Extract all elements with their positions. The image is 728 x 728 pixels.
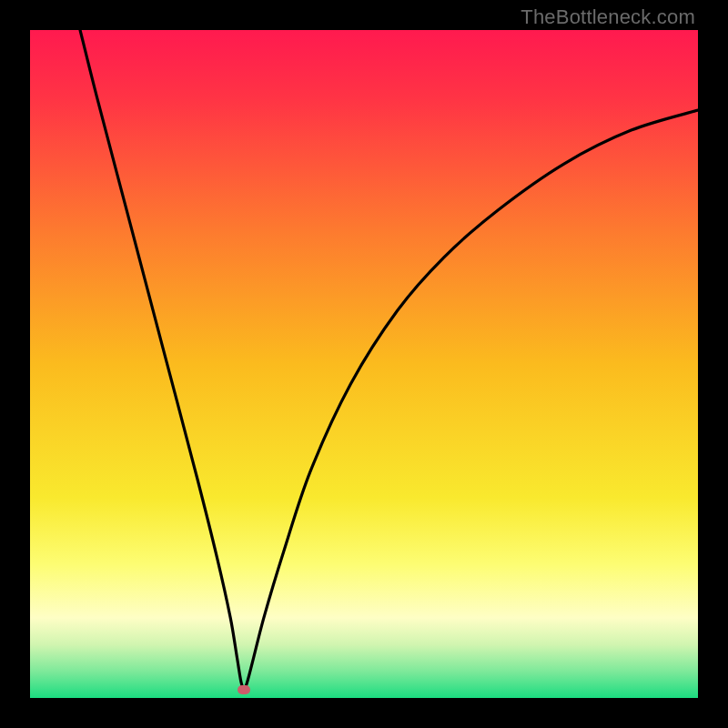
gradient-background <box>30 30 698 698</box>
minimum-marker <box>238 685 250 694</box>
svg-rect-0 <box>30 30 698 698</box>
chart-frame: TheBottleneck.com <box>0 0 728 728</box>
watermark-label: TheBottleneck.com <box>521 5 695 29</box>
plot-area <box>30 30 698 698</box>
